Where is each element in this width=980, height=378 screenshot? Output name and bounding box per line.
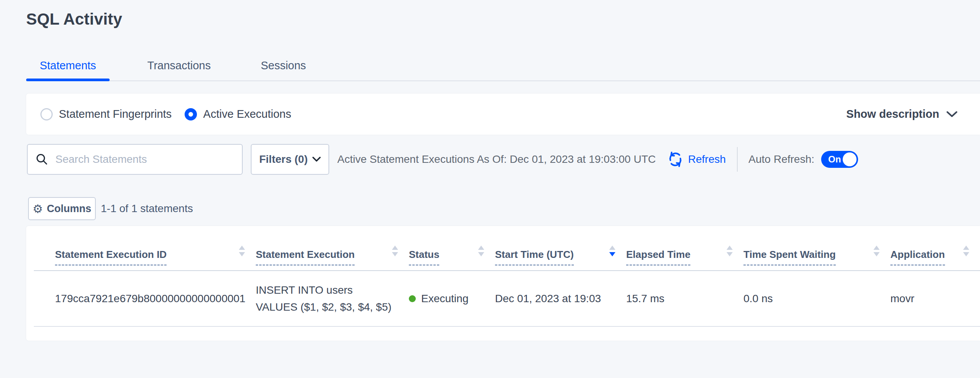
filters-label: Filters (0) <box>259 153 308 166</box>
search-icon <box>35 153 48 166</box>
column-label: Status <box>409 249 439 266</box>
chevron-down-icon <box>312 157 321 162</box>
status-executing-dot-icon <box>409 295 416 302</box>
chevron-down-icon <box>946 111 958 118</box>
column-label: Statement Execution ID <box>55 249 167 266</box>
radio-statement-fingerprints-label: Statement Fingerprints <box>59 108 172 120</box>
show-description-button[interactable]: Show description <box>846 108 958 120</box>
cell-application: movr <box>890 271 980 326</box>
show-description-label: Show description <box>846 108 939 120</box>
refresh-button[interactable]: Refresh <box>667 151 726 168</box>
refresh-icon <box>667 151 684 168</box>
column-label: Application <box>890 249 945 266</box>
cell-time-spent-waiting: 0.0 ns <box>743 271 890 326</box>
search-input[interactable] <box>55 153 234 166</box>
table-header-row: Statement Execution ID Statement Executi… <box>34 226 980 271</box>
column-header-statement-execution-id[interactable]: Statement Execution ID <box>34 226 256 270</box>
statements-table: Statement Execution ID Statement Executi… <box>26 226 980 341</box>
filters-button[interactable]: Filters (0) <box>251 144 329 175</box>
cell-statement[interactable]: INSERT INTO users VALUES ($1, $2, $3, $4… <box>256 271 409 326</box>
tab-bar: Statements Transactions Sessions <box>26 59 980 81</box>
column-header-time-spent-waiting[interactable]: Time Spent Waiting <box>743 226 890 270</box>
page-title: SQL Activity <box>26 10 980 28</box>
table-row[interactable]: 179cca7921e679b80000000000000001 INSERT … <box>34 271 980 327</box>
cell-execution-id: 179cca7921e679b80000000000000001 <box>34 271 256 326</box>
table-controls-row: ⚙ Columns 1-1 of 1 statements <box>26 197 980 220</box>
sort-arrows-icon[interactable] <box>727 246 733 256</box>
search-box[interactable] <box>27 144 243 175</box>
toggle-knob[interactable] <box>843 152 857 166</box>
column-header-start-time[interactable]: Start Time (UTC) <box>495 226 626 270</box>
gear-icon: ⚙ <box>33 202 43 216</box>
column-header-elapsed-time[interactable]: Elapsed Time <box>626 226 743 270</box>
cell-start-time: Dec 01, 2023 at 19:03 <box>495 271 626 326</box>
tab-transactions[interactable]: Transactions <box>147 59 211 80</box>
sql-activity-page: SQL Activity Statements Transactions Ses… <box>0 10 980 378</box>
radio-unselected-icon[interactable] <box>40 108 53 120</box>
column-header-status[interactable]: Status <box>409 226 495 270</box>
cell-elapsed-time: 15.7 ms <box>626 271 743 326</box>
sort-arrows-icon[interactable] <box>478 246 484 256</box>
sort-arrows-icon[interactable] <box>392 246 398 256</box>
auto-refresh-toggle[interactable]: On <box>821 151 858 168</box>
view-mode-card: Statement Fingerprints Active Executions… <box>26 94 980 135</box>
columns-button-label: Columns <box>47 203 92 215</box>
auto-refresh-state: On <box>828 154 841 165</box>
column-header-statement-execution[interactable]: Statement Execution <box>256 226 409 270</box>
column-label: Start Time (UTC) <box>495 249 574 266</box>
column-label: Time Spent Waiting <box>743 249 836 266</box>
auto-refresh-label: Auto Refresh: <box>748 153 814 166</box>
refresh-label: Refresh <box>688 153 726 166</box>
as-of-timestamp: Active Statement Executions As Of: Dec 0… <box>337 153 656 166</box>
sort-arrows-icon[interactable] <box>873 246 880 256</box>
column-header-application[interactable]: Application <box>890 226 980 270</box>
columns-button[interactable]: ⚙ Columns <box>28 197 96 220</box>
sort-arrows-desc-icon[interactable] <box>609 246 615 256</box>
radio-active-executions[interactable]: Active Executions <box>185 108 291 120</box>
radio-active-executions-label: Active Executions <box>203 108 291 120</box>
vertical-divider <box>737 147 738 172</box>
column-label: Statement Execution <box>256 249 355 266</box>
tab-statements[interactable]: Statements <box>26 59 110 80</box>
radio-statement-fingerprints[interactable]: Statement Fingerprints <box>40 108 172 120</box>
radio-selected-icon[interactable] <box>185 108 197 120</box>
sort-arrows-icon[interactable] <box>963 246 969 256</box>
cell-status: Executing <box>409 271 495 326</box>
statement-text[interactable]: INSERT INTO users VALUES ($1, $2, $3, $4… <box>256 282 394 316</box>
tab-sessions[interactable]: Sessions <box>261 59 306 80</box>
column-label: Elapsed Time <box>626 249 690 266</box>
sort-arrows-icon[interactable] <box>239 246 245 256</box>
controls-row: Filters (0) Active Statement Executions … <box>26 144 980 175</box>
result-count: 1-1 of 1 statements <box>101 202 193 215</box>
status-text: Executing <box>421 293 468 305</box>
